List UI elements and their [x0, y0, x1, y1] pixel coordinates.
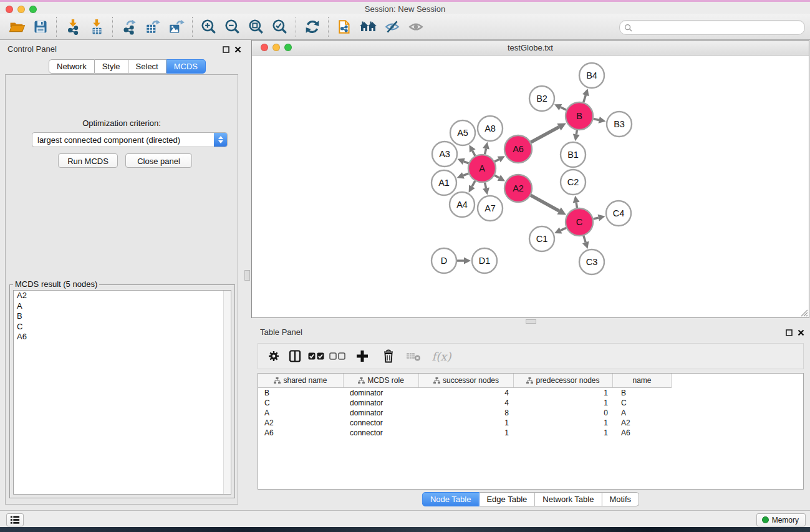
import-table-button[interactable] [85, 16, 108, 37]
show-panels-button[interactable] [405, 16, 427, 37]
close-panel-button[interactable]: Close panel [125, 153, 192, 168]
horizontal-splitter-handle[interactable] [526, 319, 536, 324]
edge-C-C4[interactable] [593, 218, 598, 219]
list-scrollbar[interactable] [223, 291, 231, 494]
tab-network[interactable]: Network [49, 59, 95, 74]
mcds-result-item[interactable]: A2 [14, 291, 231, 301]
edge-A2-C[interactable] [531, 195, 559, 211]
hide-panels-button[interactable] [381, 16, 403, 37]
node-A7[interactable]: A7 [478, 196, 503, 221]
column-header-successor-nodes[interactable]: successor nodes [419, 374, 514, 387]
zoom-out-button[interactable] [221, 16, 244, 37]
resize-grip-icon[interactable] [799, 308, 808, 317]
mcds-result-item[interactable]: A [14, 301, 231, 312]
memory-button[interactable]: Memory [756, 513, 806, 526]
node-A5[interactable]: A5 [450, 120, 475, 145]
column-header-mcds-role[interactable]: MCDS role [344, 374, 419, 387]
node-B2[interactable]: B2 [529, 86, 554, 111]
edge-A-A1[interactable] [463, 173, 469, 175]
column-header-name[interactable]: name [613, 374, 672, 387]
import-network-button[interactable] [62, 16, 84, 37]
edge-A-A5[interactable] [473, 151, 475, 156]
node-C4[interactable]: C4 [606, 201, 631, 226]
delete-column-button[interactable] [378, 345, 399, 367]
table-row[interactable]: Adominator80A [258, 408, 803, 418]
search-input[interactable] [635, 21, 804, 34]
edge-B-B4[interactable] [584, 95, 586, 102]
export-image-button[interactable] [165, 16, 188, 37]
tab-style[interactable]: Style [95, 59, 128, 74]
node-B[interactable]: B [566, 102, 593, 130]
zoom-fit-button[interactable] [245, 16, 268, 37]
float-table-panel-icon[interactable] [785, 329, 793, 337]
tab-mcds[interactable]: MCDS [166, 59, 206, 74]
edge-A-A8[interactable] [485, 148, 486, 154]
node-D[interactable]: D [432, 248, 456, 273]
table-row[interactable]: Bdominator41B [258, 388, 803, 398]
deselect-all-rows-button[interactable] [327, 345, 348, 367]
node-C[interactable]: C [566, 208, 593, 236]
node-A3[interactable]: A3 [432, 142, 457, 167]
node-B1[interactable]: B1 [561, 142, 586, 167]
node-C1[interactable]: C1 [529, 226, 554, 251]
mcds-result-item[interactable]: C [14, 322, 231, 332]
add-column-button[interactable] [352, 345, 373, 367]
vertical-splitter-handle[interactable] [244, 270, 250, 281]
tab-motifs[interactable]: Motifs [602, 492, 639, 506]
node-A6[interactable]: A6 [504, 135, 532, 163]
edge-B-B1[interactable] [576, 130, 577, 135]
zoom-in-button[interactable] [198, 16, 220, 37]
table-settings-button[interactable] [263, 345, 284, 367]
table-row[interactable]: Cdominator41C [258, 398, 803, 408]
edge-A-A6[interactable] [494, 159, 499, 162]
zoom-selected-button[interactable] [269, 16, 291, 37]
home-button[interactable] [357, 16, 380, 37]
network-canvas[interactable]: AA1A2A3A4A5A6A7A8BB1B2B3B4CC1C2C3C4DD1 [253, 56, 808, 317]
edge-A6-B[interactable] [531, 127, 559, 142]
node-A1[interactable]: A1 [432, 170, 456, 195]
node-A[interactable]: A [468, 155, 496, 182]
edge-C-C1[interactable] [561, 228, 566, 230]
export-table-button[interactable] [142, 16, 164, 37]
tab-select[interactable]: Select [128, 59, 166, 74]
run-mcds-button[interactable]: Run MCDS [58, 153, 118, 168]
edge-A-A4[interactable] [472, 181, 475, 186]
edge-C-C2[interactable] [576, 203, 577, 208]
save-session-button[interactable] [29, 16, 52, 37]
edge-B-B2[interactable] [561, 107, 566, 110]
delete-table-button[interactable] [403, 345, 424, 367]
edge-B-B3[interactable] [594, 119, 599, 120]
mcds-result-item[interactable]: B [14, 311, 231, 322]
close-table-panel-icon[interactable] [797, 329, 805, 337]
edge-A-A3[interactable] [464, 162, 469, 163]
node-A4[interactable]: A4 [450, 192, 475, 217]
export-network-button[interactable] [118, 16, 140, 37]
network-file-button[interactable] [334, 16, 356, 37]
tab-edge-table[interactable]: Edge Table [479, 492, 535, 506]
mcds-result-item[interactable]: A6 [14, 332, 231, 342]
tab-network-table[interactable]: Network Table [535, 492, 602, 506]
edge-A-A7[interactable] [485, 183, 486, 188]
column-header-shared-name[interactable]: shared name [258, 374, 344, 387]
node-A8[interactable]: A8 [478, 116, 503, 141]
criterion-dropdown[interactable]: largest connected component (directed) [32, 132, 228, 147]
task-history-button[interactable] [6, 513, 24, 526]
column-header-predecessor-nodes[interactable]: predecessor nodes [514, 374, 613, 387]
float-panel-icon[interactable] [222, 46, 230, 54]
edge-A-A2[interactable] [494, 175, 499, 178]
open-session-button[interactable] [6, 16, 28, 37]
edge-C-C3[interactable] [584, 236, 586, 243]
table-row[interactable]: A2connector11A2 [258, 418, 803, 428]
node-A2[interactable]: A2 [504, 175, 532, 202]
function-builder-button[interactable]: f(x) [428, 345, 455, 367]
node-C2[interactable]: C2 [561, 170, 586, 195]
close-panel-icon[interactable] [234, 46, 242, 54]
node-B3[interactable]: B3 [607, 112, 632, 137]
node-C3[interactable]: C3 [579, 249, 604, 274]
node-D1[interactable]: D1 [472, 248, 497, 273]
select-all-rows-button[interactable] [306, 345, 327, 367]
table-row[interactable]: A6connector11A6 [258, 428, 803, 438]
refresh-button[interactable] [301, 16, 324, 37]
column-visibility-button[interactable] [284, 345, 306, 367]
tab-node-table[interactable]: Node Table [422, 492, 480, 506]
